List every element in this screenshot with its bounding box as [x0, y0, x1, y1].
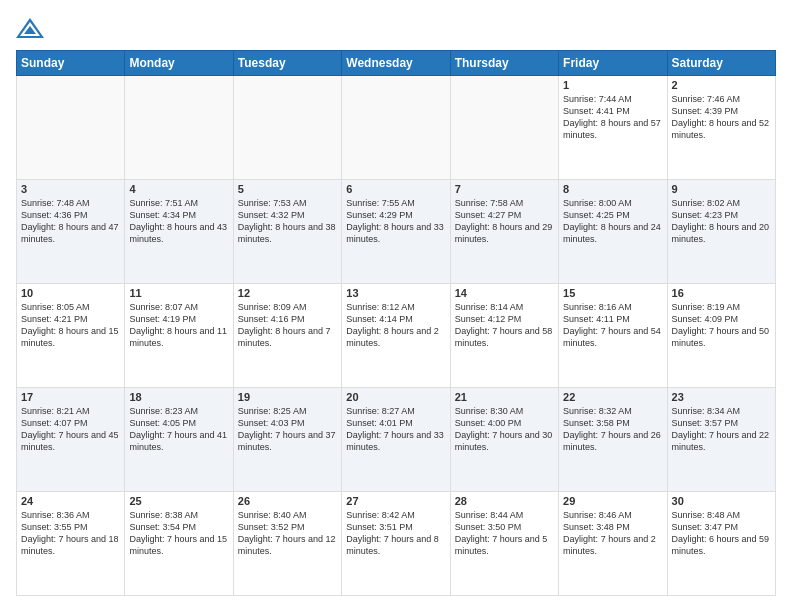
calendar-cell: 19Sunrise: 8:25 AMSunset: 4:03 PMDayligh…	[233, 388, 341, 492]
calendar-cell	[450, 76, 558, 180]
day-info: Sunrise: 8:46 AMSunset: 3:48 PMDaylight:…	[563, 509, 662, 558]
weekday-header-row: SundayMondayTuesdayWednesdayThursdayFrid…	[17, 51, 776, 76]
day-info: Sunrise: 8:19 AMSunset: 4:09 PMDaylight:…	[672, 301, 771, 350]
weekday-header: Wednesday	[342, 51, 450, 76]
calendar-cell: 29Sunrise: 8:46 AMSunset: 3:48 PMDayligh…	[559, 492, 667, 596]
day-number: 22	[563, 391, 662, 403]
calendar-cell: 14Sunrise: 8:14 AMSunset: 4:12 PMDayligh…	[450, 284, 558, 388]
day-number: 21	[455, 391, 554, 403]
calendar-cell: 30Sunrise: 8:48 AMSunset: 3:47 PMDayligh…	[667, 492, 775, 596]
calendar-cell: 1Sunrise: 7:44 AMSunset: 4:41 PMDaylight…	[559, 76, 667, 180]
weekday-header: Thursday	[450, 51, 558, 76]
calendar-cell: 4Sunrise: 7:51 AMSunset: 4:34 PMDaylight…	[125, 180, 233, 284]
day-info: Sunrise: 8:07 AMSunset: 4:19 PMDaylight:…	[129, 301, 228, 350]
calendar-cell: 10Sunrise: 8:05 AMSunset: 4:21 PMDayligh…	[17, 284, 125, 388]
calendar-cell: 21Sunrise: 8:30 AMSunset: 4:00 PMDayligh…	[450, 388, 558, 492]
weekday-header: Monday	[125, 51, 233, 76]
calendar-cell: 18Sunrise: 8:23 AMSunset: 4:05 PMDayligh…	[125, 388, 233, 492]
day-info: Sunrise: 8:12 AMSunset: 4:14 PMDaylight:…	[346, 301, 445, 350]
calendar-cell: 28Sunrise: 8:44 AMSunset: 3:50 PMDayligh…	[450, 492, 558, 596]
calendar-cell: 23Sunrise: 8:34 AMSunset: 3:57 PMDayligh…	[667, 388, 775, 492]
day-info: Sunrise: 7:58 AMSunset: 4:27 PMDaylight:…	[455, 197, 554, 246]
day-info: Sunrise: 8:30 AMSunset: 4:00 PMDaylight:…	[455, 405, 554, 454]
calendar-week-row: 3Sunrise: 7:48 AMSunset: 4:36 PMDaylight…	[17, 180, 776, 284]
calendar-week-row: 17Sunrise: 8:21 AMSunset: 4:07 PMDayligh…	[17, 388, 776, 492]
day-info: Sunrise: 8:16 AMSunset: 4:11 PMDaylight:…	[563, 301, 662, 350]
calendar-cell: 22Sunrise: 8:32 AMSunset: 3:58 PMDayligh…	[559, 388, 667, 492]
calendar-cell: 12Sunrise: 8:09 AMSunset: 4:16 PMDayligh…	[233, 284, 341, 388]
day-number: 16	[672, 287, 771, 299]
calendar-cell: 20Sunrise: 8:27 AMSunset: 4:01 PMDayligh…	[342, 388, 450, 492]
day-info: Sunrise: 8:27 AMSunset: 4:01 PMDaylight:…	[346, 405, 445, 454]
day-info: Sunrise: 8:36 AMSunset: 3:55 PMDaylight:…	[21, 509, 120, 558]
calendar-cell: 5Sunrise: 7:53 AMSunset: 4:32 PMDaylight…	[233, 180, 341, 284]
day-info: Sunrise: 8:32 AMSunset: 3:58 PMDaylight:…	[563, 405, 662, 454]
day-info: Sunrise: 7:46 AMSunset: 4:39 PMDaylight:…	[672, 93, 771, 142]
day-number: 6	[346, 183, 445, 195]
calendar-cell: 3Sunrise: 7:48 AMSunset: 4:36 PMDaylight…	[17, 180, 125, 284]
day-number: 13	[346, 287, 445, 299]
day-info: Sunrise: 7:55 AMSunset: 4:29 PMDaylight:…	[346, 197, 445, 246]
day-number: 1	[563, 79, 662, 91]
weekday-header: Saturday	[667, 51, 775, 76]
logo-icon	[16, 16, 44, 40]
calendar-page: SundayMondayTuesdayWednesdayThursdayFrid…	[0, 0, 792, 612]
day-info: Sunrise: 8:44 AMSunset: 3:50 PMDaylight:…	[455, 509, 554, 558]
day-number: 17	[21, 391, 120, 403]
calendar-cell: 2Sunrise: 7:46 AMSunset: 4:39 PMDaylight…	[667, 76, 775, 180]
calendar-cell	[17, 76, 125, 180]
day-info: Sunrise: 8:21 AMSunset: 4:07 PMDaylight:…	[21, 405, 120, 454]
calendar-week-row: 1Sunrise: 7:44 AMSunset: 4:41 PMDaylight…	[17, 76, 776, 180]
calendar-cell: 7Sunrise: 7:58 AMSunset: 4:27 PMDaylight…	[450, 180, 558, 284]
day-info: Sunrise: 8:23 AMSunset: 4:05 PMDaylight:…	[129, 405, 228, 454]
day-info: Sunrise: 8:00 AMSunset: 4:25 PMDaylight:…	[563, 197, 662, 246]
calendar-cell: 17Sunrise: 8:21 AMSunset: 4:07 PMDayligh…	[17, 388, 125, 492]
day-number: 14	[455, 287, 554, 299]
page-header	[16, 16, 776, 40]
day-info: Sunrise: 7:44 AMSunset: 4:41 PMDaylight:…	[563, 93, 662, 142]
day-info: Sunrise: 8:40 AMSunset: 3:52 PMDaylight:…	[238, 509, 337, 558]
day-info: Sunrise: 8:14 AMSunset: 4:12 PMDaylight:…	[455, 301, 554, 350]
calendar-cell: 8Sunrise: 8:00 AMSunset: 4:25 PMDaylight…	[559, 180, 667, 284]
day-number: 10	[21, 287, 120, 299]
calendar-table: SundayMondayTuesdayWednesdayThursdayFrid…	[16, 50, 776, 596]
weekday-header: Tuesday	[233, 51, 341, 76]
day-number: 15	[563, 287, 662, 299]
logo	[16, 16, 46, 40]
calendar-cell: 13Sunrise: 8:12 AMSunset: 4:14 PMDayligh…	[342, 284, 450, 388]
day-number: 27	[346, 495, 445, 507]
day-number: 7	[455, 183, 554, 195]
calendar-cell: 11Sunrise: 8:07 AMSunset: 4:19 PMDayligh…	[125, 284, 233, 388]
day-number: 2	[672, 79, 771, 91]
calendar-cell	[342, 76, 450, 180]
calendar-cell: 15Sunrise: 8:16 AMSunset: 4:11 PMDayligh…	[559, 284, 667, 388]
day-number: 24	[21, 495, 120, 507]
calendar-cell: 9Sunrise: 8:02 AMSunset: 4:23 PMDaylight…	[667, 180, 775, 284]
day-number: 30	[672, 495, 771, 507]
day-info: Sunrise: 8:25 AMSunset: 4:03 PMDaylight:…	[238, 405, 337, 454]
weekday-header: Sunday	[17, 51, 125, 76]
day-number: 25	[129, 495, 228, 507]
day-number: 12	[238, 287, 337, 299]
day-number: 4	[129, 183, 228, 195]
day-info: Sunrise: 7:51 AMSunset: 4:34 PMDaylight:…	[129, 197, 228, 246]
calendar-cell: 6Sunrise: 7:55 AMSunset: 4:29 PMDaylight…	[342, 180, 450, 284]
day-number: 18	[129, 391, 228, 403]
calendar-cell: 24Sunrise: 8:36 AMSunset: 3:55 PMDayligh…	[17, 492, 125, 596]
calendar-cell: 25Sunrise: 8:38 AMSunset: 3:54 PMDayligh…	[125, 492, 233, 596]
day-info: Sunrise: 8:02 AMSunset: 4:23 PMDaylight:…	[672, 197, 771, 246]
day-number: 26	[238, 495, 337, 507]
day-number: 3	[21, 183, 120, 195]
day-info: Sunrise: 8:48 AMSunset: 3:47 PMDaylight:…	[672, 509, 771, 558]
weekday-header: Friday	[559, 51, 667, 76]
day-number: 23	[672, 391, 771, 403]
calendar-week-row: 10Sunrise: 8:05 AMSunset: 4:21 PMDayligh…	[17, 284, 776, 388]
calendar-cell	[125, 76, 233, 180]
day-info: Sunrise: 8:05 AMSunset: 4:21 PMDaylight:…	[21, 301, 120, 350]
day-info: Sunrise: 8:38 AMSunset: 3:54 PMDaylight:…	[129, 509, 228, 558]
calendar-week-row: 24Sunrise: 8:36 AMSunset: 3:55 PMDayligh…	[17, 492, 776, 596]
calendar-cell	[233, 76, 341, 180]
day-number: 28	[455, 495, 554, 507]
day-info: Sunrise: 8:09 AMSunset: 4:16 PMDaylight:…	[238, 301, 337, 350]
day-number: 8	[563, 183, 662, 195]
